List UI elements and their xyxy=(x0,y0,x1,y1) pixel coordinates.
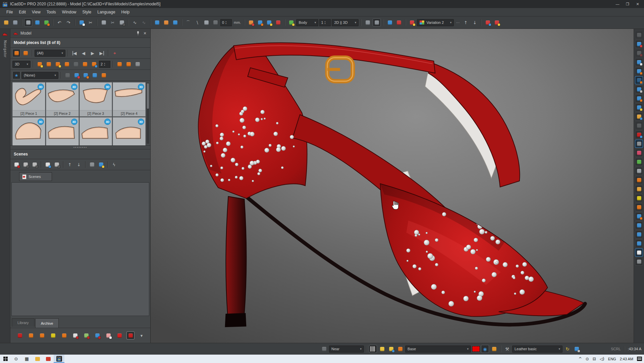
pieces-scrollbar[interactable] xyxy=(147,83,149,144)
tray-volume-icon[interactable]: ◁) xyxy=(600,357,604,361)
stack-piece-icon[interactable] xyxy=(124,60,132,68)
barcode-icon[interactable] xyxy=(635,248,643,257)
first-piece-icon[interactable]: ◀ xyxy=(70,49,78,57)
menu-file[interactable]: File xyxy=(3,8,16,16)
minimize-button[interactable]: — xyxy=(612,0,623,8)
move-up-icon[interactable]: ↑ xyxy=(462,18,470,27)
pin-add-icon[interactable] xyxy=(247,18,255,27)
modify-piece-icon[interactable] xyxy=(81,60,89,68)
view-mode-dropdown[interactable]: 2D || 3D▾ xyxy=(332,19,359,26)
flat-last-icon[interactable] xyxy=(364,18,372,27)
piece-fill-icon[interactable] xyxy=(635,67,643,75)
arrow-curve-icon[interactable] xyxy=(635,176,643,184)
search-button[interactable]: ⊙ xyxy=(11,355,21,363)
curves-library-icon[interactable] xyxy=(27,331,35,339)
piece-thumbnail[interactable]: 3D[2] Piece 1 xyxy=(12,82,45,117)
select-arrow-icon[interactable] xyxy=(82,71,90,79)
redo-icon[interactable]: ↷ xyxy=(64,18,72,27)
wave-last-icon[interactable] xyxy=(373,18,381,27)
magic-tool-icon[interactable] xyxy=(42,18,50,27)
piece-copies-spinner[interactable]: 2▴▾ xyxy=(99,61,110,68)
viewport-grid-icon[interactable] xyxy=(320,345,328,353)
piece-holes-icon[interactable] xyxy=(635,76,643,84)
piece-options-icon[interactable] xyxy=(133,60,142,68)
arc-curve-icon[interactable]: ⌒ xyxy=(184,18,192,27)
light-bulb-icon[interactable] xyxy=(635,140,643,148)
list-view-icon[interactable] xyxy=(21,49,30,57)
piece-flat-icon[interactable] xyxy=(635,85,643,93)
save-scene-icon[interactable] xyxy=(31,161,39,169)
tray-clock[interactable]: 2:43 AM xyxy=(620,357,633,361)
add-variation-icon[interactable] xyxy=(408,18,416,27)
mesh-red-icon[interactable] xyxy=(274,18,282,27)
maximize-button[interactable]: ❐ xyxy=(623,0,633,8)
menu-tools[interactable]: Tools xyxy=(44,8,59,16)
piece-thumbnail[interactable]: 3D xyxy=(12,117,45,146)
punches-library-icon[interactable] xyxy=(49,331,57,339)
add-piece-icon[interactable] xyxy=(54,60,62,68)
pencil-icon[interactable] xyxy=(162,18,170,27)
lock-open-icon[interactable] xyxy=(490,345,498,353)
file-explorer-button[interactable] xyxy=(32,355,43,363)
piece-3d-icon[interactable] xyxy=(100,71,108,79)
high-heel-icon[interactable] xyxy=(635,203,643,211)
dotted-line-icon[interactable] xyxy=(635,239,643,247)
delete-piece-icon[interactable] xyxy=(72,60,80,68)
offset-spinner[interactable]: 0▴▾ xyxy=(220,19,232,26)
cut-icon[interactable]: ✂ xyxy=(109,18,117,27)
render-flash-icon[interactable]: ϟ xyxy=(110,161,118,169)
attach-window-icon[interactable] xyxy=(97,161,105,169)
scenes-tab[interactable]: Scenes xyxy=(19,172,52,181)
favorites-star-icon[interactable]: ★ xyxy=(12,71,20,79)
spinner-arrows-icon[interactable]: ▴▾ xyxy=(325,20,326,25)
piece-thumbnail[interactable]: 3D xyxy=(113,117,146,146)
menu-language[interactable]: Language xyxy=(94,8,118,16)
piece-star-icon[interactable] xyxy=(635,103,643,111)
new-scene-icon[interactable] xyxy=(12,161,20,169)
action-center-icon[interactable] xyxy=(637,357,642,361)
move-scene-up-icon[interactable]: ↑ xyxy=(66,161,74,169)
import-scene-icon[interactable] xyxy=(44,161,52,169)
dimension-dropdown[interactable]: 3D▾ xyxy=(12,61,31,68)
copy-icon[interactable] xyxy=(100,18,108,27)
spline-edit-icon[interactable]: ∿ xyxy=(140,18,148,27)
mosaic-library-icon[interactable] xyxy=(82,331,90,339)
spline-icon[interactable]: ∿ xyxy=(131,18,139,27)
last-piece-icon[interactable]: ▶ xyxy=(98,49,106,57)
curve-add-icon[interactable] xyxy=(63,71,71,79)
spinner-arrows-icon[interactable]: ▴▾ xyxy=(104,62,105,66)
new-piece-icon[interactable] xyxy=(36,60,44,68)
thumbnails-view-icon[interactable] xyxy=(12,49,20,57)
duplicate-piece-icon[interactable] xyxy=(63,60,71,68)
copy-pieces-icon[interactable] xyxy=(635,122,643,130)
open-file-icon[interactable] xyxy=(2,18,10,27)
body-shoe-icon[interactable] xyxy=(287,18,295,27)
task-view-button[interactable]: ▦ xyxy=(21,355,32,363)
export-scene-icon[interactable] xyxy=(53,161,61,169)
spinner-arrows-icon[interactable]: ▴▾ xyxy=(225,20,226,25)
icad3d-app-button[interactable]: ICad3d xyxy=(54,355,64,363)
detach-window-icon[interactable] xyxy=(88,161,96,169)
styles-library-icon[interactable] xyxy=(115,331,123,339)
discard-folder-icon[interactable] xyxy=(387,345,395,353)
tray-expand-icon[interactable]: ^ xyxy=(579,357,582,361)
archive-pieces-icon[interactable] xyxy=(126,331,135,339)
curves-cross-icon[interactable] xyxy=(635,221,643,229)
protractor-icon[interactable] xyxy=(635,49,643,57)
red-app-button[interactable] xyxy=(43,355,54,363)
scenes-list[interactable] xyxy=(11,182,149,316)
variation-dropdown[interactable]: Variation 2▾ xyxy=(417,19,454,26)
favorites-filter-dropdown[interactable]: (None)▾ xyxy=(21,72,58,79)
focus-piece-icon[interactable]: ⌖ xyxy=(111,49,119,57)
flag-add-icon[interactable] xyxy=(265,18,273,27)
layer-number-spinner[interactable]: 1▴▾ xyxy=(319,19,331,26)
save-icon[interactable] xyxy=(11,18,19,27)
tab-library[interactable]: Library xyxy=(12,318,35,327)
selection-box-icon[interactable] xyxy=(396,345,404,353)
curve-points-icon[interactable] xyxy=(72,71,80,79)
active-color-icon[interactable] xyxy=(472,345,480,353)
panel-close-icon[interactable]: ✕ xyxy=(142,31,148,36)
soles-library-icon[interactable] xyxy=(104,331,112,339)
pin-blue-icon[interactable] xyxy=(171,18,179,27)
heel-wedge-icon[interactable] xyxy=(635,185,643,193)
